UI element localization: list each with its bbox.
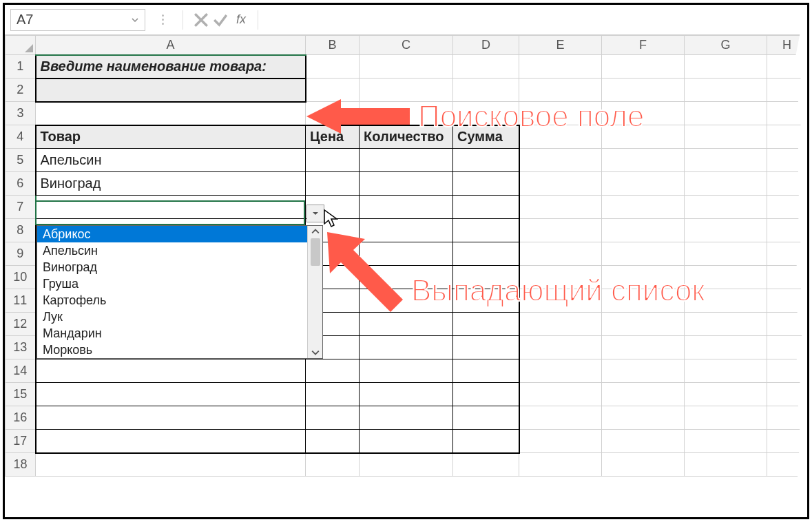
cell-D4[interactable]: Сумма — [453, 125, 519, 149]
cell-F11[interactable] — [602, 289, 685, 313]
row-header-4[interactable]: 4 — [6, 125, 36, 149]
cell-D16[interactable] — [453, 406, 519, 430]
dropdown-button[interactable] — [306, 205, 324, 222]
cell-A15[interactable] — [36, 383, 306, 406]
dropdown-item[interactable]: Апельсин — [37, 242, 307, 259]
row-header-17[interactable]: 17 — [6, 430, 36, 453]
cell-C15[interactable] — [360, 383, 453, 406]
cell-C10[interactable] — [360, 266, 453, 289]
cell-D2[interactable] — [453, 79, 519, 102]
cancel-button[interactable] — [191, 10, 211, 30]
dropdown-item[interactable]: Морковь — [37, 342, 307, 358]
cell-G14[interactable] — [685, 359, 767, 383]
cell-F15[interactable] — [602, 383, 685, 406]
cell-G6[interactable] — [685, 172, 767, 196]
cell-F6[interactable] — [602, 172, 685, 196]
cell-E13[interactable] — [519, 336, 602, 359]
spreadsheet-grid[interactable]: A B C D E F G H 1 Введите наименование т… — [5, 35, 807, 477]
cell-C18[interactable] — [360, 453, 453, 477]
cell-F2[interactable] — [602, 79, 685, 102]
row-header-16[interactable]: 16 — [6, 406, 36, 430]
fx-button[interactable]: fx — [230, 10, 249, 30]
cell-G4[interactable] — [685, 125, 767, 149]
cell-F18[interactable] — [602, 453, 685, 477]
cell-A7[interactable] — [36, 196, 306, 219]
cell-B18[interactable] — [306, 453, 360, 477]
scrollbar-thumb[interactable] — [311, 238, 320, 266]
cell-D14[interactable] — [453, 359, 519, 383]
cell-C7[interactable] — [360, 196, 453, 219]
cell-C11[interactable] — [360, 289, 453, 313]
row-header-14[interactable]: 14 — [6, 359, 36, 383]
dropdown-scrollbar[interactable] — [307, 226, 322, 358]
cell-B4[interactable]: Цена — [306, 125, 360, 149]
cell-E12[interactable] — [519, 313, 602, 336]
cell-A3[interactable] — [36, 102, 306, 125]
enter-button[interactable] — [211, 10, 230, 30]
cell-B17[interactable] — [306, 430, 360, 453]
name-box[interactable]: A7 — [10, 9, 145, 31]
cell-G7[interactable] — [685, 196, 767, 219]
col-header-E[interactable]: E — [519, 36, 602, 55]
cell-F4[interactable] — [602, 125, 685, 149]
cell-E5[interactable] — [519, 149, 602, 172]
cell-C9[interactable] — [360, 242, 453, 266]
col-header-F[interactable]: F — [602, 36, 685, 55]
row-header-13[interactable]: 13 — [6, 336, 36, 359]
cell-E16[interactable] — [519, 406, 602, 430]
cell-F5[interactable] — [602, 149, 685, 172]
cell-C1[interactable] — [360, 55, 453, 79]
row-header-11[interactable]: 11 — [6, 289, 36, 313]
cell-B5[interactable] — [306, 149, 360, 172]
cell-C14[interactable] — [360, 359, 453, 383]
cell-G13[interactable] — [685, 336, 767, 359]
chevron-down-icon[interactable] — [131, 16, 139, 24]
cell-D9[interactable] — [453, 242, 519, 266]
formula-input[interactable] — [267, 9, 807, 31]
cell-C2[interactable] — [360, 79, 453, 102]
cell-E18[interactable] — [519, 453, 602, 477]
row-header-8[interactable]: 8 — [6, 219, 36, 242]
col-header-G[interactable]: G — [685, 36, 767, 55]
cell-G8[interactable] — [685, 219, 767, 242]
cell-B14[interactable] — [306, 359, 360, 383]
chevron-up-icon[interactable] — [311, 227, 320, 236]
row-header-2[interactable]: 2 — [6, 79, 36, 102]
cell-D1[interactable] — [453, 55, 519, 79]
row-header-9[interactable]: 9 — [6, 242, 36, 266]
select-all-corner[interactable] — [6, 36, 36, 55]
cell-G5[interactable] — [685, 149, 767, 172]
cell-G3[interactable] — [685, 102, 767, 125]
cell-F14[interactable] — [602, 359, 685, 383]
cell-G9[interactable] — [685, 242, 767, 266]
cell-A4[interactable]: Товар — [36, 125, 306, 149]
cell-C4[interactable]: Количество — [360, 125, 453, 149]
cell-F8[interactable] — [602, 219, 685, 242]
dropdown-item[interactable]: Мандарин — [37, 325, 307, 342]
cell-A17[interactable] — [36, 430, 306, 453]
cell-C3[interactable] — [360, 102, 453, 125]
cell-E15[interactable] — [519, 383, 602, 406]
cell-D13[interactable] — [453, 336, 519, 359]
cell-D10[interactable] — [453, 266, 519, 289]
cell-G15[interactable] — [685, 383, 767, 406]
cell-G18[interactable] — [685, 453, 767, 477]
cell-E4[interactable] — [519, 125, 602, 149]
cell-E8[interactable] — [519, 219, 602, 242]
cell-F13[interactable] — [602, 336, 685, 359]
cell-D6[interactable] — [453, 172, 519, 196]
cell-B15[interactable] — [306, 383, 360, 406]
cell-D3[interactable] — [453, 102, 519, 125]
cell-C16[interactable] — [360, 406, 453, 430]
cell-B3[interactable] — [306, 102, 360, 125]
cell-C5[interactable] — [360, 149, 453, 172]
chevron-down-icon[interactable] — [311, 348, 320, 357]
row-header-1[interactable]: 1 — [6, 55, 36, 79]
cell-A18[interactable] — [36, 453, 306, 477]
cell-E1[interactable] — [519, 55, 602, 79]
cell-A14[interactable] — [36, 359, 306, 383]
row-header-7[interactable]: 7 — [6, 196, 36, 219]
cell-F12[interactable] — [602, 313, 685, 336]
cell-D11[interactable] — [453, 289, 519, 313]
cell-E11[interactable] — [519, 289, 602, 313]
